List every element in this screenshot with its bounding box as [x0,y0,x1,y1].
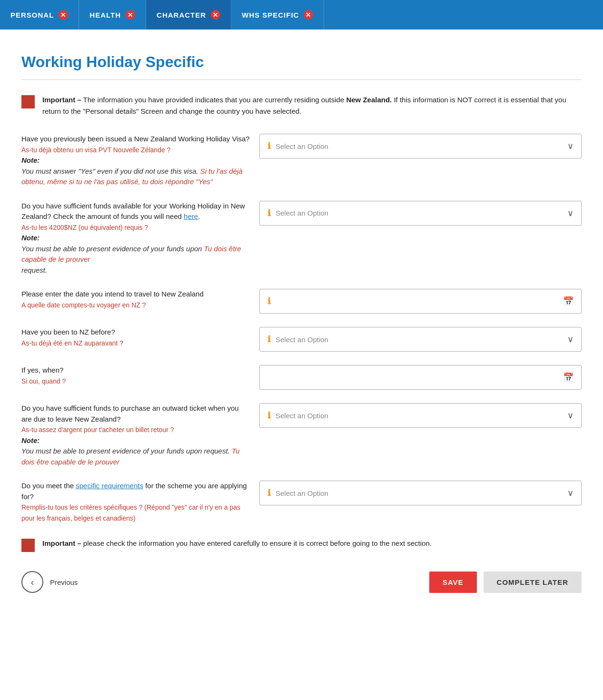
alert-icon [21,95,35,108]
question-7-control[interactable]: ℹ Select an Option ∨ [259,481,582,505]
tab-whs-label: WHS SPECIFIC [242,11,299,19]
q3-info-icon: ℹ [267,296,271,306]
section-divider [21,79,582,80]
q7-placeholder: Select an Option [276,489,328,497]
q7-specific-requirements-link[interactable]: specific requirements [76,482,143,490]
bottom-alert: Important – please check the information… [21,538,582,552]
main-content: Working Holiday Specific Important – The… [0,30,603,621]
previous-button[interactable]: ‹ [21,571,43,593]
q2-here-link[interactable]: here [184,212,198,220]
q7-select[interactable]: ℹ Select an Option ∨ [259,481,582,505]
q2-info-icon: ℹ [267,208,271,218]
tab-health-label: HEALTH [89,11,121,19]
tab-character-label: CHARACTER [157,11,206,19]
tab-whs[interactable]: WHS SPECIFIC ✕ [231,0,324,30]
q1-chevron-icon: ∨ [567,141,573,151]
previous-label: Previous [50,578,78,586]
question-5-row: If yes, when? Si oui, quand ? 📅 [21,365,582,390]
question-3-control[interactable]: ℹ 📅 [259,289,582,314]
question-6-control[interactable]: ℹ Select an Option ∨ [259,403,582,428]
footer-buttons: ‹ Previous SAVE COMPLETE LATER [21,571,582,593]
tab-character[interactable]: CHARACTER ✕ [146,0,231,30]
tab-personal[interactable]: PERSONAL ✕ [0,0,79,30]
tab-health[interactable]: HEALTH ✕ [79,0,146,30]
save-button[interactable]: SAVE [429,572,477,593]
q2-chevron-icon: ∨ [567,208,573,218]
question-7-label: Do you meet the specific requirements fo… [21,481,250,523]
q1-select[interactable]: ℹ Select an Option ∨ [259,134,582,158]
q4-select[interactable]: ℹ Select an Option ∨ [259,327,582,352]
question-1-label: Have you previously been issued a New Ze… [21,134,250,187]
q6-placeholder: Select an Option [276,412,328,420]
tab-personal-close[interactable]: ✕ [59,10,68,20]
q4-placeholder: Select an Option [276,335,328,344]
question-2-label: Do you have sufficient funds available f… [21,201,250,276]
bottom-alert-icon [21,539,35,552]
question-6-row: Do you have sufficient funds to purchase… [21,403,582,467]
question-4-control[interactable]: ℹ Select an Option ∨ [259,327,582,352]
alert-text: Important – The information you have pro… [42,94,582,117]
question-5-control[interactable]: 📅 [259,365,582,390]
q2-placeholder: Select an Option [276,209,328,217]
question-7-row: Do you meet the specific requirements fo… [21,481,582,523]
question-3-label: Please enter the date you intend to trav… [21,289,250,310]
question-3-row: Please enter the date you intend to trav… [21,289,582,314]
q6-chevron-icon: ∨ [567,410,573,421]
tab-personal-label: PERSONAL [10,11,54,19]
q4-info-icon: ℹ [267,334,271,345]
question-4-row: Have you been to NZ before? As-tu déjà é… [21,327,582,352]
tab-character-close[interactable]: ✕ [211,10,220,20]
page-title: Working Holiday Specific [21,53,582,71]
q7-chevron-icon: ∨ [567,488,573,498]
bottom-alert-text: Important – please check the information… [42,538,432,549]
q2-select[interactable]: ℹ Select an Option ∨ [259,201,582,226]
q1-placeholder: Select an Option [276,142,328,150]
top-alert: Important – The information you have pro… [21,94,582,117]
q5-date-input[interactable]: 📅 [259,365,582,390]
tab-health-close[interactable]: ✕ [126,10,135,20]
q6-select[interactable]: ℹ Select an Option ∨ [259,403,582,428]
question-6-label: Do you have sufficient funds to purchase… [21,403,250,467]
question-5-label: If yes, when? Si oui, quand ? [21,365,250,386]
question-2-row: Do you have sufficient funds available f… [21,201,582,276]
question-2-control[interactable]: ℹ Select an Option ∨ [259,201,582,226]
q1-info-icon: ℹ [267,141,271,151]
question-4-label: Have you been to NZ before? As-tu déjà é… [21,327,250,348]
tab-whs-close[interactable]: ✕ [304,10,313,20]
q5-calendar-icon: 📅 [563,372,573,383]
question-1-row: Have you previously been issued a New Ze… [21,134,582,187]
q3-date-input[interactable]: ℹ 📅 [259,289,582,314]
question-1-control[interactable]: ℹ Select an Option ∨ [259,134,582,158]
q4-chevron-icon: ∨ [567,334,573,345]
nav-tabs: PERSONAL ✕ HEALTH ✕ CHARACTER ✕ WHS SPEC… [0,0,603,30]
q7-info-icon: ℹ [267,488,271,498]
q6-info-icon: ℹ [267,410,271,421]
complete-later-button[interactable]: COMPLETE LATER [484,572,582,593]
q3-calendar-icon: 📅 [563,296,573,306]
